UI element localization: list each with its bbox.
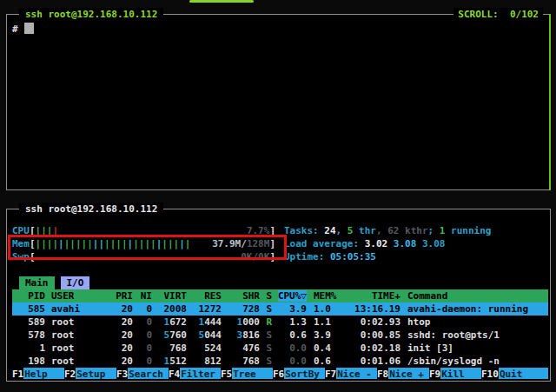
cell-col12: init [3] — [400, 342, 548, 355]
cell-col8: S — [260, 302, 272, 316]
tab-io[interactable]: I/O — [61, 276, 90, 289]
cpu-meter-label: CPU — [12, 224, 30, 237]
uptime: Uptime: 05:05:35 — [284, 250, 376, 263]
cell-col1: 1 — [12, 342, 45, 355]
cell-col12: Command — [400, 289, 548, 302]
cell-col8: S — [260, 329, 272, 342]
cell-col9: 3.9 — [272, 302, 307, 316]
fkey-quit[interactable]: F10Quit — [481, 368, 548, 379]
process-row[interactable]: 198root2001512812768S0.00.60:01.06/sbin/… — [12, 355, 548, 368]
top-pane-shell[interactable]: ssh root@192.168.10.112 SCROLL: 0/102 # — [6, 14, 551, 190]
fkey-key: F1 — [12, 368, 23, 379]
htop-content: CPU[||||7.7%] Tasks: 24, 5 thr, 62 kthr;… — [7, 209, 550, 379]
swap-meter: Swp[0K/0K] Uptime: 05:05:35 — [12, 250, 548, 263]
cell-col3: 20 — [105, 355, 133, 368]
cell-col10: MEM% — [307, 289, 343, 302]
fkey-key: F6 — [273, 368, 284, 379]
swap-meter-bars — [36, 250, 242, 263]
cell-col4: 0 — [133, 316, 152, 329]
cell-col12: sshd: root@pts/1 — [400, 329, 548, 342]
fkey-key: F8 — [377, 368, 388, 379]
mem-meter: Mem[|||||||||||||||||||||||||||37.9M/128… — [12, 237, 548, 250]
fkey-help[interactable]: F1Help — [12, 368, 64, 379]
cell-col8: S — [260, 289, 272, 302]
cell-col3: 20 — [105, 329, 133, 342]
cell-col12: htop — [400, 316, 548, 329]
process-table: PIDUSERPRINIVIRTRESSHRSCPU%▽MEM%TIME+Com… — [12, 289, 548, 368]
fkey-nice-[interactable]: F7Nice - — [325, 368, 377, 379]
process-row[interactable]: 1root200768524476S0.00.40:02.18init [3] — [12, 342, 548, 355]
process-row[interactable]: 578root200576050443816S0.63.90:00.85sshd… — [12, 329, 548, 342]
bottom-pane-htop[interactable]: ssh root@192.168.10.112 CPU[||||7.7%] Ta… — [6, 209, 551, 382]
cell-col7: 3816 — [222, 329, 260, 342]
fkey-label: Tree — [232, 368, 273, 379]
fkey-filter[interactable]: F4Filter — [169, 368, 221, 379]
cell-col7: 768 — [222, 355, 260, 368]
cell-col1: 585 — [12, 302, 45, 316]
fkey-key: F4 — [169, 368, 180, 379]
cell-col11: 0:01.06 — [343, 355, 400, 368]
cell-col3: 20 — [105, 342, 133, 355]
cell-col9: 1.3 — [272, 316, 307, 329]
cell-col5: VIRT — [152, 289, 187, 302]
cell-col11: 13:16.19 — [343, 302, 400, 316]
cell-col2: root — [45, 316, 105, 329]
terminal-screen: ssh root@192.168.10.112 SCROLL: 0/102 # … — [0, 0, 556, 392]
fkey-label: SortBy — [284, 368, 325, 379]
mem-meter-bars: ||||||||||||||||||||||||||| — [36, 237, 213, 250]
cpu-meter-value: 7.7% — [247, 224, 270, 237]
load-average: Load average: 3.02 3.08 3.08 — [284, 237, 445, 250]
fkey-label: Nice - — [336, 368, 377, 379]
fkey-key: F3 — [116, 368, 128, 379]
cell-col9: 0.0 — [272, 355, 307, 368]
fkey-tree[interactable]: F5Tree — [221, 368, 273, 379]
cell-col2: avahi — [45, 302, 105, 316]
cell-col3: 20 — [105, 316, 133, 329]
fkey-search[interactable]: F3Search — [116, 368, 169, 379]
video-progress-bar — [189, 0, 254, 3]
cell-col4: 0 — [133, 342, 152, 355]
cell-col8: S — [260, 342, 272, 355]
cell-col3: PRI — [105, 289, 133, 302]
fkey-key: F7 — [325, 368, 336, 379]
fkey-sortby[interactable]: F6SortBy — [273, 368, 325, 379]
mem-meter-value: 37.9M/128M — [212, 237, 269, 250]
fkey-label: Help — [23, 368, 64, 379]
fkey-nice-[interactable]: F8Nice + — [377, 368, 429, 379]
text-cursor — [24, 23, 34, 34]
cell-col6: 5044 — [187, 329, 222, 342]
fkey-label: Nice + — [388, 368, 429, 379]
cell-col11: 0:02.93 — [343, 316, 400, 329]
cell-col11: 0:02.18 — [343, 342, 400, 355]
cell-col6: 1272 — [187, 302, 222, 316]
fkey-kill[interactable]: F9Kill — [429, 368, 481, 379]
cell-col12: avahi-daemon: running — [400, 302, 548, 316]
cell-col3: 20 — [105, 302, 133, 316]
cell-col1: PID — [12, 289, 45, 302]
cell-col11: 0:00.85 — [343, 329, 400, 342]
cell-col4: 0 — [133, 302, 152, 316]
fkey-setup[interactable]: F2Setup — [64, 368, 116, 379]
fkey-label: Search — [128, 368, 169, 379]
mem-meter-label: Mem — [12, 237, 30, 250]
scroll-indicator: SCROLL: 0/102 — [453, 8, 543, 21]
cell-col9: 0.0 — [272, 342, 307, 355]
cell-col5: 2008 — [152, 302, 187, 316]
cell-col11: TIME+ — [343, 289, 400, 302]
cell-col4: NI — [133, 289, 152, 302]
cell-col2: USER — [45, 289, 105, 302]
fkey-label: Setup — [76, 368, 116, 379]
scroll-position-bar[interactable] — [549, 14, 551, 190]
cell-col4: 0 — [133, 355, 152, 368]
swap-meter-label: Swp — [12, 250, 30, 263]
process-row[interactable]: 589root200167214441000R1.31.10:02.93htop — [12, 316, 548, 329]
tab-main[interactable]: Main — [19, 276, 55, 289]
process-row[interactable]: 585avahi20020081272728S3.91.013:16.19ava… — [12, 302, 548, 316]
cell-col8: S — [260, 355, 272, 368]
cell-col6: RES — [187, 289, 222, 302]
cell-col6: 1444 — [187, 316, 222, 329]
table-header[interactable]: PIDUSERPRINIVIRTRESSHRSCPU%▽MEM%TIME+Com… — [12, 289, 548, 302]
fkey-label: Kill — [440, 368, 481, 379]
cell-col10: 1.0 — [307, 302, 343, 316]
cell-col2: root — [45, 355, 105, 368]
